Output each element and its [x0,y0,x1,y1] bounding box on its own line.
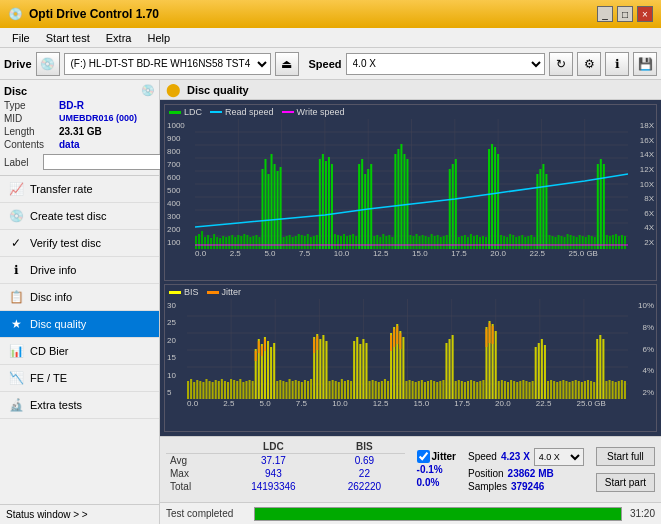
svg-rect-136 [551,236,553,249]
svg-rect-154 [606,235,608,249]
svg-rect-73 [361,159,363,249]
svg-rect-36 [249,237,251,249]
speed-select[interactable]: 4.0 X2.0 X8.0 X [346,53,545,75]
svg-rect-57 [313,236,315,249]
svg-rect-71 [355,236,357,249]
maximize-button[interactable]: □ [617,6,633,22]
svg-rect-175 [187,381,189,399]
position-label: Position [468,468,504,479]
svg-rect-39 [258,237,260,249]
eject-button[interactable]: ⏏ [275,52,299,76]
disc-quality-header-icon: ⬤ [166,82,181,97]
start-full-button[interactable]: Start full [596,447,655,466]
svg-rect-160 [624,236,626,249]
info-button[interactable]: ℹ [605,52,629,76]
svg-rect-76 [370,164,372,249]
verify-test-disc-icon: ✓ [8,235,24,251]
svg-rect-58 [316,235,318,249]
sidebar-item-fe-te[interactable]: 📉 FE / TE [0,365,159,392]
save-button[interactable]: 💾 [633,52,657,76]
window-controls: _ □ × [597,6,653,22]
svg-rect-44 [274,164,276,249]
svg-rect-227 [329,381,331,399]
sidebar-item-verify-test-disc[interactable]: ✓ Verify test disc [0,230,159,257]
svg-rect-126 [521,235,523,249]
start-part-button[interactable]: Start part [596,473,655,492]
sidebar-item-disc-quality[interactable]: ★ Disc quality [0,311,159,338]
svg-rect-237 [359,344,361,399]
svg-rect-263 [427,381,429,399]
sidebar-item-drive-info[interactable]: ℹ Drive info [0,257,159,284]
bis-legend: BIS [169,287,199,297]
refresh-button[interactable]: ↻ [549,52,573,76]
svg-rect-299 [529,382,531,399]
sidebar-item-extra-tests[interactable]: 🔬 Extra tests [0,392,159,419]
svg-rect-204 [255,351,257,361]
svg-rect-264 [430,380,432,399]
progress-bar-fill [255,508,621,520]
svg-rect-81 [385,236,387,249]
sidebar-item-disc-info[interactable]: 📋 Disc info [0,284,159,311]
status-window-btn[interactable]: Status window > > [0,504,159,524]
svg-rect-74 [364,174,366,249]
svg-rect-184 [215,380,217,399]
svg-rect-130 [533,237,535,249]
svg-rect-137 [554,237,556,249]
svg-rect-287 [489,323,491,343]
svg-rect-89 [409,235,411,249]
svg-rect-262 [424,382,426,399]
menu-start-test[interactable]: Start test [38,31,98,45]
svg-rect-31 [234,237,236,249]
sidebar-item-label: Disc info [30,291,72,303]
svg-rect-80 [382,234,384,249]
svg-rect-102 [449,169,451,249]
disc-label-input[interactable] [43,154,172,170]
close-button[interactable]: × [637,6,653,22]
svg-rect-55 [307,234,309,249]
svg-rect-269 [445,343,447,399]
sidebar-item-cd-bier[interactable]: 📊 CD Bier [0,338,159,365]
svg-rect-301 [535,347,537,399]
svg-rect-285 [495,331,497,399]
svg-rect-196 [252,381,254,399]
svg-rect-203 [273,343,275,399]
svg-rect-110 [473,236,475,249]
jitter-checkbox[interactable] [417,450,430,463]
drive-select[interactable]: (F:) HL-DT-ST BD-RE WH16NS58 TST4 [64,53,271,75]
transfer-rate-icon: 📈 [8,181,24,197]
speed-value: 4.23 X [501,451,530,462]
sidebar-item-transfer-rate[interactable]: 📈 Transfer rate [0,176,159,203]
svg-rect-278 [473,381,475,399]
svg-rect-195 [249,380,251,399]
samples-label: Samples [468,481,507,492]
svg-rect-265 [433,381,435,399]
svg-rect-32 [237,235,239,249]
svg-rect-72 [358,164,360,249]
speed-select-dropdown[interactable]: 4.0 X2.0 X8.0 X [534,448,584,466]
start-buttons: Start full Start part [590,437,661,502]
svg-rect-272 [455,381,457,399]
menu-file[interactable]: File [4,31,38,45]
disc-panel: Disc 💿 Type BD-R MID UMEBDR016 (000) Len… [0,80,159,176]
svg-rect-84 [394,154,396,249]
svg-rect-187 [224,381,226,399]
svg-rect-311 [565,381,567,399]
progress-bar-container [254,507,622,521]
svg-rect-63 [331,164,333,249]
svg-rect-148 [588,235,590,249]
sidebar-item-create-test-disc[interactable]: 💿 Create test disc [0,203,159,230]
svg-rect-51 [295,236,297,249]
settings-button[interactable]: ⚙ [577,52,601,76]
svg-rect-62 [328,157,330,249]
minimize-button[interactable]: _ [597,6,613,22]
svg-rect-217 [304,380,306,399]
menu-help[interactable]: Help [139,31,178,45]
disc-type-label: Type [4,100,59,111]
menu-extra[interactable]: Extra [98,31,140,45]
svg-rect-183 [212,382,214,399]
drive-icon-btn[interactable]: 💿 [36,52,60,76]
svg-rect-35 [246,235,248,249]
svg-rect-43 [271,154,273,249]
toolbar: Drive 💿 (F:) HL-DT-ST BD-RE WH16NS58 TST… [0,48,661,80]
bottom-y-axis: 30252015105 [165,299,187,399]
